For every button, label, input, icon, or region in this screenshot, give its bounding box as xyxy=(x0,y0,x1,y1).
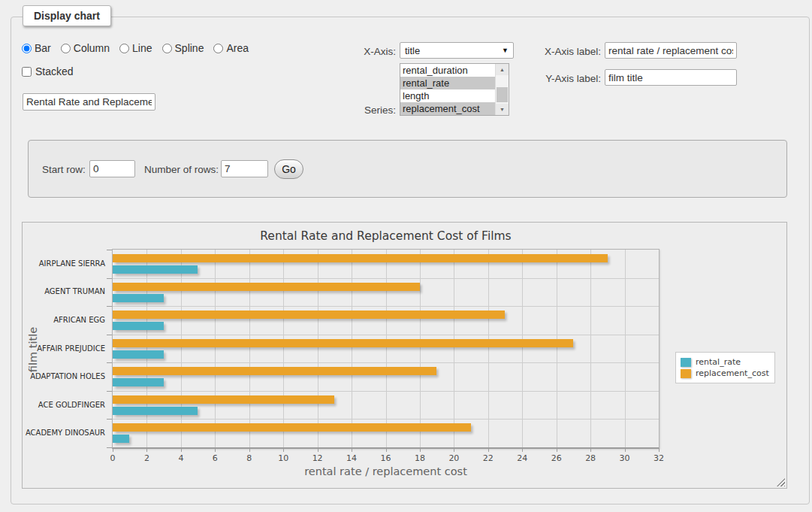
x-tick-label: 0 xyxy=(98,453,128,463)
y-tick-mark xyxy=(107,419,112,420)
y-tick-mark xyxy=(107,335,112,335)
gridline xyxy=(113,419,659,420)
category-label: ADAPTATION HOLES xyxy=(23,372,105,380)
bar-rental_rate xyxy=(113,435,129,443)
radio-label: Column xyxy=(74,42,110,54)
radio-column[interactable] xyxy=(61,44,71,53)
bar-rental_rate xyxy=(113,350,164,359)
category-label: AIRPLANE SIERRA xyxy=(23,259,105,268)
resize-grip-icon[interactable] xyxy=(777,478,785,486)
x-tick-label: 32 xyxy=(644,453,674,463)
series-scrollbar[interactable]: ▲ ▼ xyxy=(495,64,509,115)
x-tick-mark xyxy=(283,449,284,452)
x-tick-mark xyxy=(454,449,454,452)
radio-bar[interactable] xyxy=(22,44,32,53)
series-select-label: Series: xyxy=(331,105,396,116)
radio-label: Spline xyxy=(175,42,204,54)
legend-label: rental_rate xyxy=(696,357,741,367)
gridline xyxy=(557,250,557,447)
x-tick-label: 10 xyxy=(268,453,298,463)
bar-rental_rate xyxy=(113,378,164,386)
x-axis-label-label: X-Axis label: xyxy=(522,46,601,57)
bar-rental_rate xyxy=(113,322,164,330)
radio-label: Line xyxy=(132,42,152,54)
radio-area[interactable] xyxy=(213,44,223,53)
plot-area xyxy=(112,249,660,449)
x-tick-label: 26 xyxy=(542,453,572,463)
chart-type-radio-bar[interactable]: Bar xyxy=(22,42,51,54)
x-tick-label: 12 xyxy=(303,453,333,463)
y-tick-mark xyxy=(107,391,112,392)
series-option-length[interactable]: length xyxy=(400,89,495,102)
x-tick-label: 28 xyxy=(575,453,605,463)
x-tick-mark xyxy=(249,449,250,452)
x-tick-label: 8 xyxy=(234,453,264,463)
category-label: AFFAIR PREJUDICE xyxy=(23,344,105,353)
bar-replacement_cost xyxy=(113,395,334,404)
chart-type-radio-line[interactable]: Line xyxy=(119,42,152,54)
radio-label: Bar xyxy=(35,42,51,54)
gridline xyxy=(420,250,421,447)
start-row-label: Start row: xyxy=(42,164,86,175)
x-tick-label: 18 xyxy=(405,453,435,463)
gridline xyxy=(283,250,284,447)
number-of-rows-input[interactable] xyxy=(221,160,268,177)
x-tick-label: 24 xyxy=(507,453,537,463)
x-tick-label: 14 xyxy=(337,453,367,463)
scroll-down-icon[interactable]: ▼ xyxy=(496,104,509,115)
go-button[interactable]: Go xyxy=(274,159,303,179)
legend-entry: replacement_cost xyxy=(681,368,769,379)
gridline xyxy=(386,250,387,447)
fieldset-legend: Display chart xyxy=(23,5,111,26)
y-tick-mark xyxy=(107,362,112,363)
category-label: AGENT TRUMAN xyxy=(23,287,105,295)
gridline xyxy=(146,250,147,447)
x-tick-mark xyxy=(113,449,113,452)
start-row-input[interactable] xyxy=(89,160,135,177)
x-tick-mark xyxy=(215,449,216,452)
x-tick-label: 6 xyxy=(200,453,230,463)
bar-replacement_cost xyxy=(113,339,573,347)
radio-spline[interactable] xyxy=(162,44,172,53)
x-axis-select[interactable]: title ▼ xyxy=(400,42,514,59)
gridline xyxy=(249,250,250,447)
gridline xyxy=(590,250,591,447)
bar-replacement_cost xyxy=(113,254,608,262)
chart-title: Rental Rate and Replacement Cost of Film… xyxy=(112,229,660,243)
stacked-checkbox[interactable] xyxy=(22,67,32,77)
y-axis-label-input[interactable] xyxy=(605,69,737,86)
legend-label: replacement_cost xyxy=(696,368,769,378)
scrollbar-thumb[interactable] xyxy=(497,87,508,102)
radio-line[interactable] xyxy=(119,44,129,53)
y-tick-mark xyxy=(107,250,112,250)
series-option-rental_rate[interactable]: rental_rate xyxy=(400,77,495,89)
scroll-up-icon[interactable]: ▲ xyxy=(496,64,509,75)
legend-swatch-rental_rate xyxy=(681,358,691,367)
x-tick-mark xyxy=(625,449,626,452)
gridline xyxy=(113,391,659,392)
y-tick-mark xyxy=(107,447,112,448)
series-listbox[interactable]: rental_durationrental_ratelengthreplacem… xyxy=(400,63,509,116)
bar-rental_rate xyxy=(113,294,164,302)
x-tick-label: 22 xyxy=(473,453,503,463)
category-label: ACADEMY DINOSAUR xyxy=(23,429,105,437)
chart-title-input[interactable] xyxy=(23,93,155,111)
number-of-rows-label: Number of rows: xyxy=(144,164,219,175)
series-option-replacement_cost[interactable]: replacement_cost xyxy=(400,102,495,115)
chart-type-radio-column[interactable]: Column xyxy=(61,42,110,54)
legend-entry: rental_rate xyxy=(681,356,769,368)
legend-entries: rental_ratereplacement_cost xyxy=(681,356,769,379)
chart-type-radio-area[interactable]: Area xyxy=(213,42,249,54)
gridline xyxy=(113,335,659,335)
chart-type-radio-group: BarColumnLineSplineArea xyxy=(22,42,249,54)
legend-swatch-replacement_cost xyxy=(681,369,691,378)
chart-type-radio-spline[interactable]: Spline xyxy=(162,42,204,54)
gridline xyxy=(113,362,659,363)
gridline xyxy=(113,278,659,279)
x-tick-mark xyxy=(386,449,387,452)
radio-label: Area xyxy=(226,42,249,54)
stacked-checkbox-row[interactable]: Stacked xyxy=(22,65,74,77)
series-option-rental_duration[interactable]: rental_duration xyxy=(400,64,495,77)
x-axis-label-input[interactable] xyxy=(605,42,737,59)
stacked-label: Stacked xyxy=(35,65,74,77)
